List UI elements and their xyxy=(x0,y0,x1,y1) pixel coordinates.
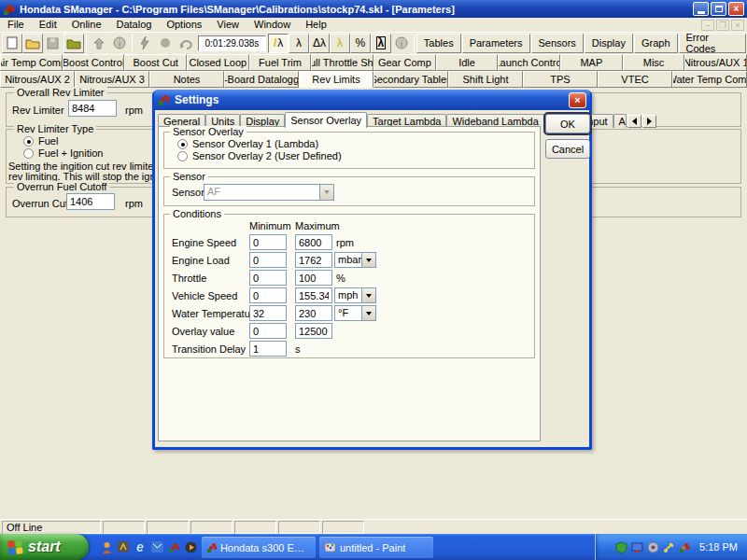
tab-fuel-trim[interactable]: Fuel Trim xyxy=(249,54,312,71)
menu-options[interactable]: Options xyxy=(159,18,209,32)
info2-button[interactable]: i xyxy=(391,34,412,53)
engine-load-max-input[interactable] xyxy=(295,252,332,268)
tab-full-throttle-shift[interactable]: Full Throttle Shift xyxy=(311,54,374,71)
clock[interactable]: 5:18 PM xyxy=(699,541,738,553)
taskbar-task-hondata[interactable]: Hondata s300 ECU M... xyxy=(202,537,316,558)
mdi-minimize-button[interactable]: – xyxy=(701,20,714,31)
internet-explorer-icon[interactable]: e xyxy=(133,539,148,554)
open-file-button[interactable] xyxy=(22,34,43,53)
mdi-close-button[interactable]: × xyxy=(731,20,744,31)
tab-air-temp-comp[interactable]: Air Temp Comp xyxy=(0,54,63,71)
tab-rev-limits[interactable]: Rev Limits xyxy=(299,71,374,88)
lambda-overlay-button[interactable]: λ xyxy=(268,34,289,53)
water-temp-min-input[interactable] xyxy=(249,305,287,321)
save-button[interactable] xyxy=(43,34,63,53)
dialog-close-button[interactable]: × xyxy=(569,92,586,108)
tab-nitrous-aux2[interactable]: Nitrous/AUX 2 xyxy=(0,71,75,88)
hondata-quicklaunch-icon[interactable] xyxy=(166,539,181,554)
undo-button[interactable] xyxy=(176,34,196,53)
vehicle-speed-max-input[interactable] xyxy=(295,287,332,303)
tab-closed-loop[interactable]: Closed Loop xyxy=(187,54,249,71)
tab-onboard-datalogging[interactable]: On-Board Datalogging xyxy=(224,71,299,88)
record-button[interactable] xyxy=(155,34,176,53)
sensors-button[interactable]: Sensors xyxy=(531,34,584,53)
sensor-combobox[interactable]: AF xyxy=(204,184,334,201)
ok-button[interactable]: OK xyxy=(545,114,590,133)
hondata-tray-icon[interactable] xyxy=(679,541,691,553)
winamp-icon[interactable] xyxy=(116,539,131,554)
vehicle-speed-min-input[interactable] xyxy=(249,287,287,303)
menu-datalog[interactable]: Datalog xyxy=(109,18,160,32)
tab-nitrous-aux1[interactable]: Nitrous/AUX 1 xyxy=(684,54,747,71)
engine-load-min-input[interactable] xyxy=(249,252,287,268)
tab-idle[interactable]: Idle xyxy=(436,54,499,71)
info-button[interactable]: i xyxy=(109,34,130,53)
engine-speed-min-input[interactable] xyxy=(249,234,287,250)
water-temp-unit-combobox[interactable]: °F xyxy=(334,305,376,321)
dialog-tab-partial[interactable]: A xyxy=(613,114,627,128)
media-player-icon[interactable] xyxy=(183,539,198,554)
menu-online[interactable]: Online xyxy=(64,18,109,32)
antivirus-shield-icon[interactable] xyxy=(615,541,627,553)
lambda-button[interactable]: λ xyxy=(289,34,309,53)
tab-scroll-right-button[interactable] xyxy=(642,115,656,128)
overlay-value-max-input[interactable] xyxy=(295,323,332,339)
radio-fuel-ignition[interactable]: Fuel + Ignition xyxy=(23,147,103,159)
tab-nitrous-aux3[interactable]: Nitrous/AUX 3 xyxy=(75,71,149,88)
tab-launch-control[interactable]: Launch Control xyxy=(498,54,560,71)
dialog-tab-sensor-overlay[interactable]: Sensor Overlay xyxy=(285,112,367,128)
tab-scroll-left-button[interactable] xyxy=(627,115,641,128)
volume-icon[interactable] xyxy=(647,541,659,553)
tables-button[interactable]: Tables xyxy=(416,34,461,53)
tab-vtec[interactable]: VTEC xyxy=(598,71,672,88)
aim-icon[interactable] xyxy=(99,539,114,554)
throttle-max-input[interactable] xyxy=(295,270,332,286)
rev-limiter-input[interactable] xyxy=(68,100,117,117)
upload-button[interactable] xyxy=(89,34,109,53)
vehicle-speed-unit-combobox[interactable]: mph xyxy=(334,287,376,303)
tab-shift-light[interactable]: Shift Light xyxy=(448,71,523,88)
usb-device-icon[interactable] xyxy=(663,541,675,553)
overlay-value-min-input[interactable] xyxy=(249,323,287,339)
tab-tps[interactable]: TPS xyxy=(523,71,598,88)
outlook-icon[interactable] xyxy=(149,539,164,554)
datalog-start-button[interactable] xyxy=(134,34,155,53)
tab-boost-cut[interactable]: Boost Cut xyxy=(124,54,187,71)
transition-delay-input[interactable] xyxy=(249,341,287,357)
graph-button[interactable]: Graph xyxy=(634,34,678,53)
tab-map[interactable]: MAP xyxy=(560,54,623,71)
menu-edit[interactable]: Edit xyxy=(32,18,64,32)
radio-sensor-overlay-1[interactable]: Sensor Overlay 1 (Lambda) xyxy=(177,138,318,149)
engine-speed-max-input[interactable] xyxy=(295,234,332,250)
new-file-button[interactable] xyxy=(2,34,22,53)
start-button[interactable]: start xyxy=(0,534,89,560)
display-settings-icon[interactable] xyxy=(631,541,643,553)
overrun-cutoff-input[interactable] xyxy=(66,193,115,210)
lambda-box-button[interactable]: λ xyxy=(371,34,391,53)
throttle-min-input[interactable] xyxy=(249,270,287,286)
taskbar-task-paint[interactable]: untitled - Paint xyxy=(319,537,433,558)
close-button[interactable]: × xyxy=(728,2,744,16)
tab-misc[interactable]: Misc xyxy=(623,54,685,71)
engine-load-unit-combobox[interactable]: mbar xyxy=(334,252,376,268)
tab-secondary-tables[interactable]: Secondary Tables xyxy=(374,71,448,88)
parameters-button[interactable]: Parameters xyxy=(462,34,530,53)
menu-window[interactable]: Window xyxy=(247,18,298,32)
cancel-button[interactable]: Cancel xyxy=(545,139,590,159)
mdi-restore-button[interactable]: ❐ xyxy=(716,20,729,31)
tab-gear-comp[interactable]: Gear Comp xyxy=(374,54,436,71)
error-codes-button[interactable]: Error Codes xyxy=(679,34,746,53)
display-button[interactable]: Display xyxy=(585,34,633,53)
menu-help[interactable]: Help xyxy=(298,18,334,32)
tab-water-temp-comp[interactable]: Water Temp Comp xyxy=(672,71,747,88)
write-ecu-button[interactable] xyxy=(63,34,84,53)
menu-view[interactable]: View xyxy=(209,18,247,32)
menu-file[interactable]: File xyxy=(0,18,32,32)
restore-button[interactable] xyxy=(711,2,726,16)
tab-boost-control[interactable]: Boost Control xyxy=(63,54,125,71)
water-temp-max-input[interactable] xyxy=(295,305,332,321)
lambda-target-button[interactable]: λ xyxy=(330,34,350,53)
minimize-button[interactable] xyxy=(693,2,709,16)
radio-sensor-overlay-2[interactable]: Sensor Overlay 2 (User Defined) xyxy=(177,150,342,161)
radio-fuel[interactable]: Fuel xyxy=(23,135,58,147)
